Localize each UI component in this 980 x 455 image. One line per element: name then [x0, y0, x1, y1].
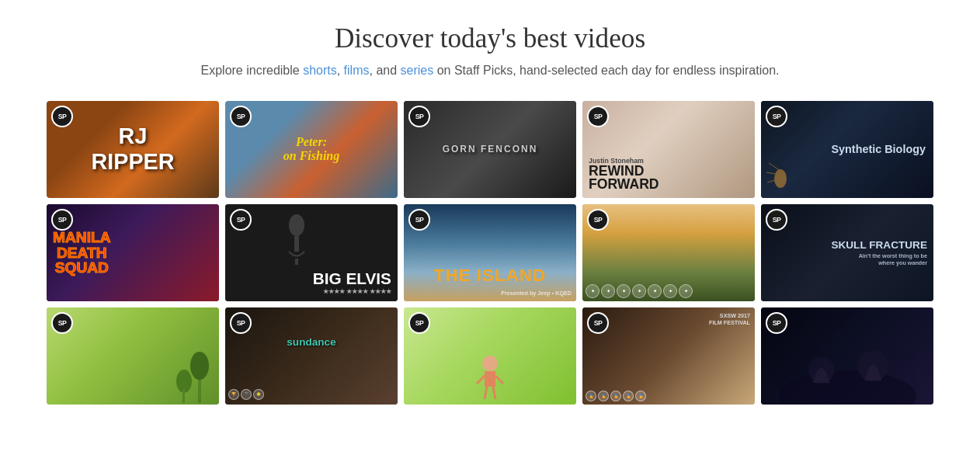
page-header: Discover today's best videos Explore inc…	[47, 23, 933, 78]
video-title: THE ISLAND	[404, 266, 576, 286]
video-thumb-synthetic-biology[interactable]: SP Synthetic Biology	[761, 101, 933, 198]
video-thumb-animated-film[interactable]: SP	[404, 307, 576, 405]
sp-badge: SP	[51, 312, 73, 334]
video-title: Peter:on Fishing	[283, 135, 339, 163]
subtitle-link-shorts[interactable]: shorts	[303, 64, 337, 77]
page-title: Discover today's best videos	[47, 23, 933, 54]
sp-badge: SP	[230, 106, 252, 127]
sp-badge: SP	[51, 106, 73, 127]
video-title: sundance	[287, 336, 335, 348]
svg-point-4	[289, 214, 304, 236]
video-thumb-skull-fracture[interactable]: SP SKULL FRACTURE Ain't the worst thing …	[761, 204, 933, 301]
svg-rect-10	[182, 389, 185, 403]
video-title: GORN FENCONN	[443, 144, 538, 155]
video-thumb-rewind-forward[interactable]: SP Justin Stoneham REWINDFORWARD	[582, 101, 755, 198]
video-thumb-rj-ripper[interactable]: SP RJRIPPER	[47, 101, 219, 198]
video-title: MANILADEATHSQUAD	[53, 231, 111, 276]
svg-line-14	[495, 376, 503, 384]
sp-badge: SP	[408, 209, 430, 231]
svg-rect-6	[295, 259, 298, 265]
video-thumb-manila-death-squad[interactable]: SP MANILADEATHSQUAD	[47, 204, 219, 301]
sp-badge: SP	[766, 312, 787, 334]
sp-badge: SP	[766, 106, 787, 127]
subtitle-link-films[interactable]: films	[344, 64, 370, 77]
svg-rect-8	[198, 380, 201, 403]
video-title: SKULL FRACTURE	[831, 239, 927, 251]
subtitle-link-series[interactable]: series	[401, 64, 434, 77]
svg-point-7	[190, 352, 209, 380]
sp-badge: SP	[408, 312, 430, 334]
video-thumb-gorn-fenconn[interactable]: SP GORN FENCONN	[404, 101, 576, 198]
svg-point-11	[482, 356, 498, 371]
video-thumb-child-film[interactable]: SP SXSW 2017FILM FESTIVAL 🏅 🏅 🏅 🏅 🏅	[582, 307, 755, 405]
sp-badge: SP	[230, 209, 252, 231]
video-title: Synthetic Biology	[831, 143, 926, 155]
award-badges: ✦ ✦ ✦ ✦ ✦ ✦ ✦	[586, 284, 693, 298]
video-thumb-plant-film[interactable]: SP	[47, 307, 219, 405]
svg-point-17	[778, 370, 916, 405]
svg-rect-12	[485, 371, 495, 387]
svg-rect-5	[294, 236, 299, 252]
sp-badge: SP	[587, 209, 609, 231]
svg-line-1	[769, 163, 780, 171]
svg-line-15	[485, 387, 487, 399]
sp-badge: SP	[230, 312, 252, 334]
sp-badge: SP	[408, 106, 430, 127]
video-thumb-peter-fishing[interactable]: SP Peter:on Fishing	[225, 101, 398, 198]
video-grid: SP RJRIPPER SP Peter:on Fishing SP GORN …	[47, 101, 933, 405]
video-title: BIG ELVIS	[313, 269, 391, 288]
sp-badge: SP	[766, 209, 787, 231]
svg-line-13	[477, 376, 485, 384]
svg-line-16	[493, 387, 495, 399]
sp-badge: SP	[587, 312, 609, 334]
video-thumb-sundance-film[interactable]: SP 🏆 🎬 ⭐ sundance	[225, 307, 398, 405]
video-thumb-dark-fantasy[interactable]: SP	[761, 307, 933, 405]
video-thumb-the-island[interactable]: SP THE ISLAND Presented by Jeep • KQED	[404, 204, 576, 301]
video-title: REWINDFORWARD	[589, 165, 659, 192]
sp-badge: SP	[587, 106, 609, 127]
video-thumb-big-elvis[interactable]: SP BIG ELVIS ★★★★ ★★★★ ★★★★	[225, 204, 398, 301]
video-thumb-awards-film[interactable]: SP ✦ ✦ ✦ ✦ ✦ ✦ ✦	[582, 204, 755, 301]
page-subtitle: Explore incredible shorts, films, and se…	[47, 64, 933, 78]
sp-badge: SP	[51, 209, 73, 231]
video-title: RJRIPPER	[91, 123, 174, 175]
